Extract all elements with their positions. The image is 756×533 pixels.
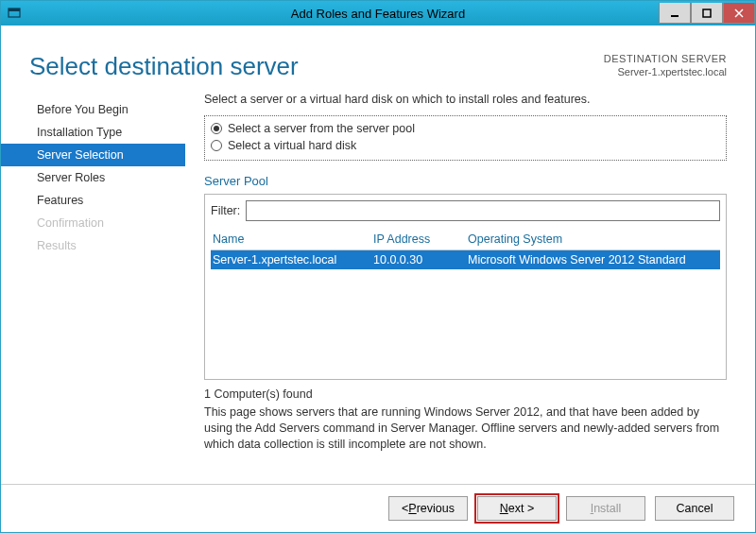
cell-os: Microsoft Windows Server 2012 Standard	[468, 253, 718, 266]
wizard-step[interactable]: Installation Type	[1, 121, 185, 144]
wizard-step[interactable]: Before You Begin	[1, 98, 185, 121]
server-pool-box: Filter: Name IP Address Operating System…	[204, 194, 727, 380]
install-button: Install	[566, 496, 645, 521]
wizard-steps-sidebar: Before You BeginInstallation TypeServer …	[1, 93, 185, 484]
radio-icon	[211, 140, 222, 151]
hint-text: This page shows servers that are running…	[204, 404, 727, 453]
wizard-window: Add Roles and Features Wizard Select des…	[0, 0, 756, 533]
server-table: Name IP Address Operating System Server-…	[211, 229, 720, 373]
radio-label: Select a server from the server pool	[228, 122, 415, 135]
content-area: Select destination server DESTINATION SE…	[1, 26, 755, 532]
wizard-step: Results	[1, 234, 185, 257]
wizard-step[interactable]: Features	[1, 189, 185, 212]
button-bar: < Previous Next > Install Cancel	[1, 484, 755, 532]
radio-server-pool[interactable]: Select a server from the server pool	[211, 120, 720, 137]
destination-label: DESTINATION SERVER	[604, 52, 727, 65]
filter-input[interactable]	[246, 200, 720, 221]
col-ip[interactable]: IP Address	[373, 232, 468, 246]
table-body[interactable]: Server-1.xpertstec.local10.0.0.30Microso…	[211, 250, 720, 373]
main-panel: Select a server or a virtual hard disk o…	[185, 93, 755, 484]
destination-value: Server-1.xpertstec.local	[604, 65, 727, 78]
wizard-step[interactable]: Server Selection	[1, 144, 185, 166]
wizard-step[interactable]: Server Roles	[1, 166, 185, 189]
col-name[interactable]: Name	[213, 232, 373, 246]
intro-text: Select a server or a virtual hard disk o…	[204, 93, 727, 106]
window-title: Add Roles and Features Wizard	[1, 7, 755, 21]
cell-name: Server-1.xpertstec.local	[213, 253, 373, 266]
previous-button[interactable]: < Previous	[388, 496, 468, 521]
wizard-step: Confirmation	[1, 212, 185, 234]
computers-found: 1 Computer(s) found	[204, 387, 727, 401]
header-row: Select destination server DESTINATION SE…	[1, 26, 755, 87]
filter-row: Filter:	[211, 200, 720, 221]
radio-icon	[211, 123, 222, 134]
table-row[interactable]: Server-1.xpertstec.local10.0.0.30Microso…	[211, 250, 720, 269]
target-radio-group: Select a server from the server pool Sel…	[204, 115, 727, 161]
table-header: Name IP Address Operating System	[211, 229, 720, 250]
body-row: Before You BeginInstallation TypeServer …	[1, 87, 755, 484]
radio-vhd[interactable]: Select a virtual hard disk	[211, 137, 720, 154]
titlebar[interactable]: Add Roles and Features Wizard	[1, 1, 755, 26]
server-pool-label: Server Pool	[204, 174, 727, 188]
filter-label: Filter:	[211, 204, 240, 217]
page-title: Select destination server	[29, 52, 299, 81]
radio-label: Select a virtual hard disk	[228, 139, 356, 152]
cell-ip: 10.0.0.30	[373, 253, 468, 266]
next-button[interactable]: Next >	[477, 496, 557, 521]
col-os[interactable]: Operating System	[468, 232, 718, 246]
cancel-button[interactable]: Cancel	[655, 496, 734, 521]
destination-block: DESTINATION SERVER Server-1.xpertstec.lo…	[604, 52, 727, 79]
